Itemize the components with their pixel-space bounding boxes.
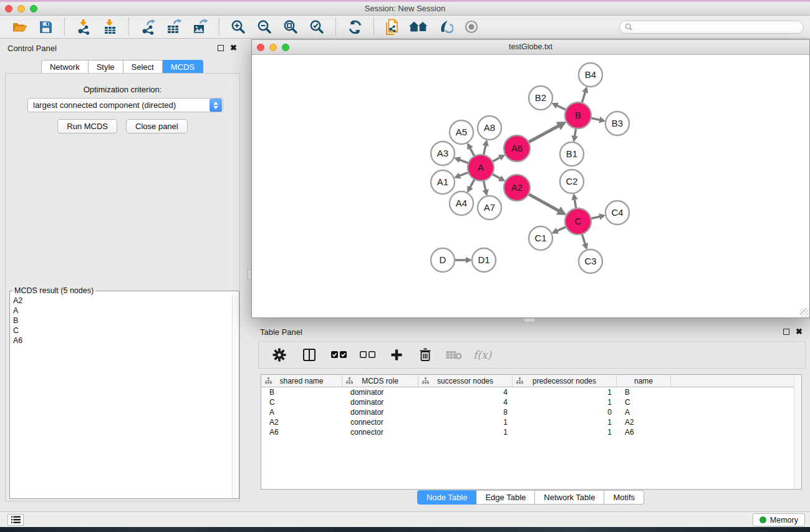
close-window-button[interactable] <box>5 5 12 12</box>
add-column-button[interactable] <box>386 344 407 365</box>
export-image-button[interactable] <box>189 17 211 37</box>
table-cell[interactable]: A <box>617 407 671 417</box>
table-scrollbar[interactable] <box>794 375 801 489</box>
table-row[interactable]: A2connector11A2 <box>261 417 801 427</box>
mcds-result-item[interactable]: B <box>10 316 232 326</box>
table-cell[interactable]: 1 <box>418 417 513 427</box>
graph-edge-A-A5[interactable] <box>469 145 475 156</box>
table-cell[interactable]: C <box>617 397 671 407</box>
minimize-network-window-button[interactable] <box>269 44 277 51</box>
network-graph[interactable]: B4B2BB3A5A8A6A3B1AA1C2A2A4A7C4CC1C3DD1 <box>252 55 809 317</box>
import-table-button[interactable] <box>99 17 121 37</box>
table-cell[interactable]: connector <box>342 417 418 427</box>
table-cell[interactable]: connector <box>342 427 418 437</box>
graph-edge-A2-C[interactable] <box>528 194 562 213</box>
graph-edge-C-C1[interactable] <box>554 227 566 232</box>
table-cell[interactable]: B <box>617 387 671 397</box>
table-cell[interactable]: A2 <box>617 417 671 427</box>
minimize-window-button[interactable] <box>17 5 25 12</box>
table-cell[interactable]: 4 <box>418 397 513 407</box>
search-box[interactable] <box>619 21 804 34</box>
zoom-in-button[interactable] <box>227 17 249 37</box>
window-resize-grip[interactable] <box>800 308 809 317</box>
table-row[interactable]: A6connector11A6 <box>261 427 801 437</box>
table-cell[interactable]: 0 <box>513 407 617 417</box>
mcds-result-item[interactable]: A2 <box>10 296 232 306</box>
open-file-button[interactable] <box>8 17 31 37</box>
close-panel-button[interactable]: Close panel <box>126 119 188 133</box>
show-column-panel-button[interactable] <box>299 344 320 365</box>
column-header-predecessor-nodes[interactable]: predecessor nodes <box>513 375 617 387</box>
column-header-name[interactable]: name <box>617 375 671 387</box>
panel-divider-handle[interactable] <box>524 318 535 322</box>
table-cell[interactable]: dominator <box>342 407 418 417</box>
birds-eye-view-button[interactable] <box>460 17 483 37</box>
table-cell[interactable]: A <box>261 407 342 417</box>
table-cell[interactable]: 1 <box>513 427 617 437</box>
optimization-criterion-select[interactable]: largest connected component (directed) <box>27 98 223 112</box>
graph-edge-A-A3[interactable] <box>457 159 469 163</box>
mcds-result-item[interactable]: A <box>10 306 232 316</box>
table-cell[interactable]: A2 <box>261 417 342 427</box>
float-panel-icon[interactable] <box>218 45 224 51</box>
export-table-button[interactable] <box>163 17 185 37</box>
table-cell[interactable]: 1 <box>513 387 617 397</box>
close-panel-icon[interactable]: ✖ <box>230 45 237 51</box>
control-panel-tab-style[interactable]: Style <box>89 60 123 74</box>
table-cell[interactable]: 8 <box>418 407 513 417</box>
graph-edge-A-A8[interactable] <box>483 143 486 155</box>
export-network-button[interactable] <box>137 17 159 37</box>
graph-edge-A6-B[interactable] <box>528 124 562 142</box>
column-header-shared-name[interactable]: shared name <box>261 375 342 387</box>
table-row[interactable]: Cdominator41C <box>261 397 801 407</box>
zoom-selected-button[interactable] <box>306 17 328 37</box>
graph-edge-A-A7[interactable] <box>483 181 486 193</box>
show-graphics-details-button[interactable] <box>434 17 456 37</box>
table-row[interactable]: Bdominator41B <box>261 387 801 397</box>
graph-edge-B-B1[interactable] <box>574 128 576 139</box>
table-cell[interactable]: C <box>261 397 342 407</box>
network-canvas[interactable]: B4B2BB3A5A8A6A3B1AA1C2A2A4A7C4CC1C3DD1 <box>252 55 809 317</box>
table-cell[interactable]: B <box>261 387 342 397</box>
table-tab-motifs[interactable]: Motifs <box>604 490 644 505</box>
run-mcds-button[interactable]: Run MCDS <box>57 119 117 133</box>
delete-table-button[interactable] <box>443 344 465 365</box>
graph-edge-B-B2[interactable] <box>554 104 566 110</box>
import-network-button[interactable] <box>72 17 95 37</box>
delete-column-button[interactable] <box>415 344 436 365</box>
function-builder-button[interactable]: f(x) <box>473 349 491 361</box>
save-session-button[interactable] <box>34 17 57 37</box>
mcds-result-scrollbar[interactable] <box>232 295 239 498</box>
graph-edge-A-A2[interactable] <box>492 174 503 180</box>
new-network-from-selection-button[interactable] <box>382 17 404 37</box>
table-cell[interactable]: dominator <box>342 397 418 407</box>
graph-edge-C-C2[interactable] <box>574 196 576 208</box>
first-neighbors-button[interactable] <box>408 17 430 37</box>
panel-divider-handle[interactable] <box>247 269 251 279</box>
table-cell[interactable]: 1 <box>513 397 617 407</box>
table-cell[interactable]: 4 <box>418 387 513 397</box>
table-cell[interactable]: 1 <box>418 427 513 437</box>
graph-edge-B-B4[interactable] <box>582 89 586 103</box>
network-window-titlebar[interactable]: testGlobe.txt <box>252 40 809 55</box>
column-header-MCDS-role[interactable]: MCDS role <box>342 375 418 387</box>
select-all-columns-button[interactable] <box>329 344 350 365</box>
graph-edge-C-C3[interactable] <box>582 234 586 247</box>
zoom-fit-button[interactable] <box>279 17 302 37</box>
control-panel-tab-mcds[interactable]: MCDS <box>163 60 203 74</box>
table-tab-network-table[interactable]: Network Table <box>535 490 604 505</box>
control-panel-tab-select[interactable]: Select <box>123 60 163 74</box>
table-cell[interactable]: A6 <box>617 427 671 437</box>
table-row[interactable]: Adominator80A <box>261 407 801 417</box>
table-cell[interactable]: 1 <box>513 417 617 427</box>
memory-button[interactable]: Memory <box>753 513 805 526</box>
maximize-network-window-button[interactable] <box>282 44 289 51</box>
show-panels-menu-button[interactable] <box>7 514 24 526</box>
graph-edge-A-A1[interactable] <box>457 172 469 177</box>
close-network-window-button[interactable] <box>257 44 264 51</box>
table-cell[interactable]: dominator <box>342 387 418 397</box>
table-tab-node-table[interactable]: Node Table <box>417 490 477 505</box>
float-panel-icon[interactable] <box>783 329 789 335</box>
mcds-result-item[interactable]: A6 <box>10 336 232 346</box>
control-panel-tab-network[interactable]: Network <box>41 60 89 74</box>
